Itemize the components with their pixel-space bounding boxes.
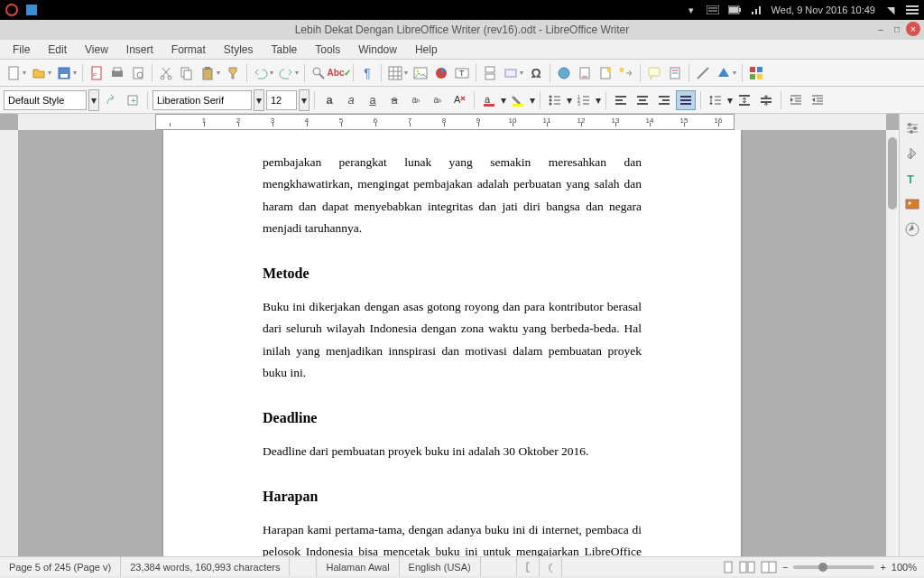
view-layout-single-icon[interactable] (723, 561, 734, 573)
bold-icon[interactable]: a (319, 90, 339, 110)
view-layout-multi-icon[interactable] (739, 561, 755, 573)
heading-harapan[interactable]: Harapan (263, 484, 642, 510)
body-paragraph[interactable]: pembajakan perangkat lunak yang semakin … (263, 152, 642, 239)
open-icon[interactable] (29, 63, 49, 83)
track-changes-icon[interactable] (665, 63, 685, 83)
insert-chart-icon[interactable] (431, 63, 451, 83)
status-language[interactable]: English (USA) (400, 557, 481, 576)
app-menu-icon[interactable] (5, 4, 18, 16)
tray-icon-2[interactable]: ◥ (884, 4, 897, 16)
menu-format[interactable]: Format (164, 42, 213, 58)
formatting-marks-icon[interactable]: ¶ (357, 63, 377, 83)
menu-help[interactable]: Help (408, 42, 445, 58)
menu-tools[interactable]: Tools (308, 42, 347, 58)
sidebar-settings-icon[interactable] (903, 119, 921, 137)
font-color-icon[interactable]: a (479, 90, 499, 110)
document-page[interactable]: pembajakan perangkat lunak yang semakin … (163, 130, 741, 556)
menu-file[interactable]: File (5, 42, 37, 58)
styles-panel-icon[interactable]: T (903, 170, 921, 188)
minimize-button[interactable]: – (873, 22, 888, 36)
gallery-panel-icon[interactable] (903, 195, 921, 213)
network-icon[interactable] (750, 4, 762, 16)
update-style-icon[interactable] (101, 90, 121, 110)
status-insert-mode[interactable] (481, 557, 517, 576)
insert-textbox-icon[interactable]: T (452, 63, 472, 83)
print-preview-icon[interactable] (128, 63, 148, 83)
font-name-selector[interactable] (152, 90, 252, 110)
insert-footnote-icon[interactable] (575, 63, 595, 83)
new-style-icon[interactable]: + (123, 90, 143, 110)
properties-panel-icon[interactable] (903, 144, 921, 163)
insert-table-icon[interactable] (385, 63, 405, 83)
status-page[interactable]: Page 5 of 245 (Page v) (0, 557, 121, 576)
status-word-count[interactable]: 23,384 words, 160,993 characters (121, 557, 290, 576)
zoom-level[interactable]: 100% (892, 562, 917, 573)
highlight-color-icon[interactable] (508, 90, 528, 110)
undo-icon[interactable] (251, 63, 271, 83)
subscript-icon[interactable]: ab (428, 90, 448, 110)
status-page-style[interactable]: Halaman Awal (317, 557, 399, 576)
export-pdf-icon[interactable]: P (87, 63, 106, 83)
menu-view[interactable]: View (78, 42, 116, 58)
align-center-icon[interactable] (633, 90, 652, 110)
spellcheck-icon[interactable]: Abc✓ (329, 63, 349, 83)
document-viewport[interactable]: pembajakan perangkat lunak yang semakin … (18, 130, 886, 556)
show-draw-functions-icon[interactable] (746, 63, 766, 83)
font-size-selector[interactable] (266, 90, 297, 110)
body-paragraph[interactable]: Deadline dari pembuatan proyek buku ini … (263, 441, 642, 462)
strikethrough-icon[interactable]: a (384, 90, 404, 110)
tray-icon-1[interactable]: ▾ (685, 4, 698, 16)
zoom-slider[interactable] (793, 565, 874, 569)
insert-field-icon[interactable] (501, 63, 521, 83)
insert-bookmark-icon[interactable] (596, 63, 615, 83)
clear-formatting-icon[interactable]: A (449, 90, 469, 110)
cut-icon[interactable] (156, 63, 176, 83)
increase-spacing-icon[interactable] (735, 90, 754, 110)
maximize-button[interactable]: □ (890, 22, 904, 36)
menu-styles[interactable]: Styles (217, 42, 261, 58)
menu-window[interactable]: Window (351, 42, 404, 58)
keyboard-icon[interactable] (707, 4, 719, 16)
insert-hyperlink-icon[interactable] (554, 63, 574, 83)
status-signature[interactable] (540, 557, 562, 576)
paragraph-style-selector[interactable] (4, 90, 87, 110)
heading-deadline[interactable]: Deadline (263, 406, 642, 432)
align-right-icon[interactable] (654, 90, 674, 110)
vertical-scrollbar[interactable] (886, 130, 899, 556)
status-selection-mode[interactable] (517, 557, 540, 576)
menu-table[interactable]: Table (264, 42, 305, 58)
navigator-panel-icon[interactable] (903, 220, 921, 238)
system-clock[interactable]: Wed, 9 Nov 2016 10:49 (772, 5, 875, 15)
horizontal-ruler[interactable]: 12345678910111213141516 (18, 114, 886, 130)
close-button[interactable]: × (906, 22, 920, 36)
decrease-spacing-icon[interactable] (756, 90, 776, 110)
underline-icon[interactable]: a (363, 90, 383, 110)
body-paragraph[interactable]: Harapan kami pertama-tama, dengan adanya… (263, 519, 642, 556)
bullet-list-icon[interactable] (545, 90, 565, 110)
menu-icon[interactable] (906, 4, 919, 16)
basic-shapes-icon[interactable] (714, 63, 734, 83)
insert-special-char-icon[interactable]: Ω (526, 63, 546, 83)
increase-indent-icon[interactable] (786, 90, 806, 110)
copy-icon[interactable] (177, 63, 197, 83)
align-justify-icon[interactable] (676, 90, 696, 110)
zoom-in-icon[interactable]: + (880, 562, 885, 573)
new-icon[interactable] (4, 63, 23, 83)
insert-comment-icon[interactable] (644, 63, 664, 83)
superscript-icon[interactable]: ab (406, 90, 426, 110)
redo-icon[interactable] (276, 63, 296, 83)
menu-edit[interactable]: Edit (41, 42, 74, 58)
insert-image-icon[interactable] (411, 63, 430, 83)
insert-page-break-icon[interactable] (480, 63, 500, 83)
heading-metode[interactable]: Metode (263, 261, 642, 287)
print-icon[interactable] (107, 63, 127, 83)
view-layout-book-icon[interactable] (761, 561, 777, 573)
line-spacing-icon[interactable] (706, 90, 725, 110)
active-app-icon[interactable] (25, 4, 38, 16)
save-icon[interactable] (54, 63, 74, 83)
battery-icon[interactable] (728, 4, 741, 16)
italic-icon[interactable]: a (341, 90, 361, 110)
numbered-list-icon[interactable]: 123 (574, 90, 594, 110)
body-paragraph[interactable]: Buku ini dikerjakan dengan asas gotong r… (263, 296, 642, 384)
align-left-icon[interactable] (611, 90, 631, 110)
